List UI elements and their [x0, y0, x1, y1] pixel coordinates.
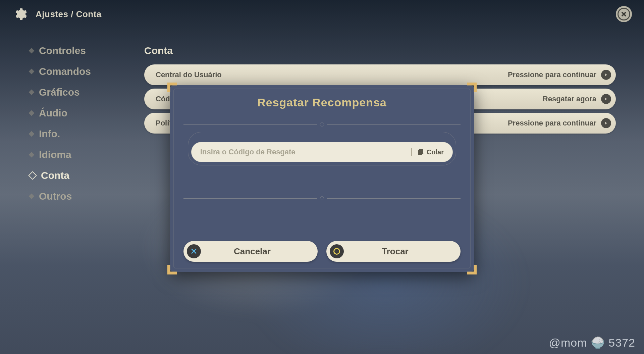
watermark-text: @mom 🍚 5372	[549, 336, 635, 349]
corner-ornament	[167, 83, 177, 92]
cancel-button[interactable]: Cancelar	[183, 241, 318, 262]
confirm-button[interactable]: Trocar	[326, 241, 461, 262]
confirm-label: Trocar	[330, 246, 461, 257]
corner-ornament	[467, 83, 477, 92]
dialog-buttons: Cancelar Trocar	[183, 241, 461, 262]
redeem-code-input[interactable]	[200, 148, 411, 156]
code-field-frame: Colar	[191, 135, 453, 162]
decorative-divider	[183, 194, 461, 202]
paste-label: Colar	[427, 148, 444, 156]
corner-ornament	[167, 265, 177, 274]
dialog-title: Resgatar Recompensa	[257, 96, 387, 109]
corner-ornament	[467, 265, 477, 274]
cancel-label: Cancelar	[187, 246, 318, 257]
redeem-dialog: Resgatar Recompensa Colar Cancelar Troca…	[170, 85, 474, 272]
redeem-code-field: Colar	[191, 142, 453, 162]
paste-button[interactable]: Colar	[411, 148, 444, 156]
decorative-divider	[183, 120, 461, 129]
paste-icon	[418, 149, 424, 155]
